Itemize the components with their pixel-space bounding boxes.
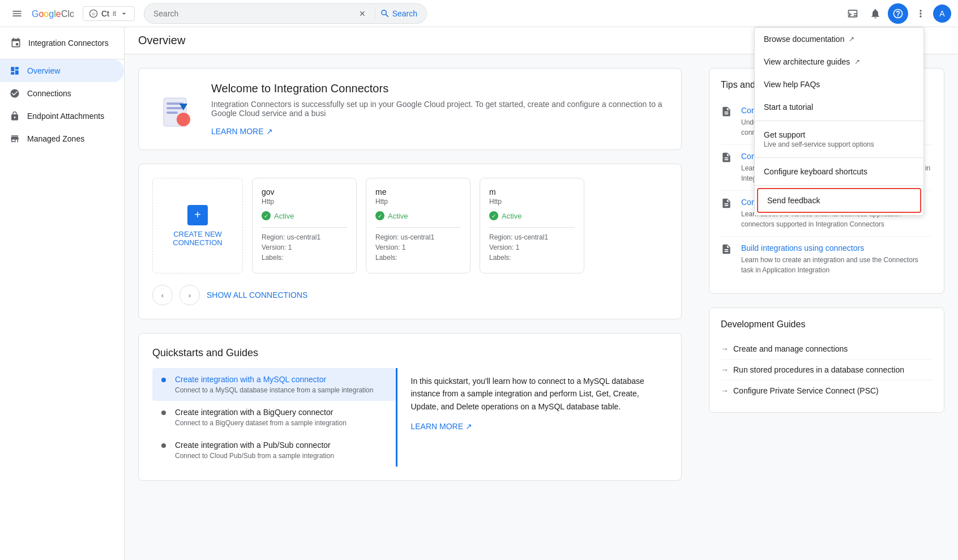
- menu-button[interactable]: [7, 3, 27, 24]
- pagination-prev-btn[interactable]: ‹: [152, 285, 173, 305]
- managed-zones-icon: [9, 133, 20, 144]
- dropdown-divider-1: [755, 121, 923, 121]
- sidebar-item-overview[interactable]: Overview: [0, 59, 124, 82]
- topbar-actions: A: [842, 3, 951, 24]
- create-new-label: CREATE NEW CONNECTION: [162, 230, 233, 247]
- show-all-connections-link[interactable]: SHOW ALL CONNECTIONS: [207, 290, 307, 300]
- browse-documentation-item[interactable]: Browse documentation ↗: [755, 28, 923, 50]
- status-dot-0: [262, 211, 271, 220]
- quickstart-learn-more-link[interactable]: LEARN MORE ↗: [411, 422, 655, 431]
- quickstarts-layout: Create integration with a MySQL connecto…: [152, 368, 668, 467]
- integration-connectors-icon: [9, 36, 23, 50]
- external-link-icon-2: ↗: [854, 58, 860, 66]
- terminal-icon-btn[interactable]: [842, 3, 863, 24]
- conn-type-2: Http: [489, 198, 575, 206]
- dev-guides-section: Development Guides → Create and manage c…: [709, 307, 944, 413]
- conn-region-1: Region: us-central1: [375, 233, 461, 241]
- conn-region-0: Region: us-central1: [262, 233, 347, 241]
- quickstarts-section: Quickstarts and Guides Create integratio…: [138, 333, 682, 481]
- quickstart-title-0: Create integration with a MySQL connecto…: [175, 375, 373, 384]
- connection-card-0[interactable]: gov Http Active Region: us-central1 Vers…: [252, 178, 357, 273]
- conn-type-1: Http: [375, 198, 461, 206]
- notifications-icon-btn[interactable]: [865, 3, 886, 24]
- get-support-sub: Live and self-service support options: [764, 140, 914, 148]
- quickstart-title-2: Create integration with a Pub/Sub connec…: [175, 441, 334, 450]
- conn-status-label-0: Active: [274, 212, 294, 220]
- view-architecture-item[interactable]: View architecture guides ↗: [755, 50, 923, 73]
- quickstart-desc-2: Connect to Cloud Pub/Sub from a sample i…: [175, 452, 334, 460]
- quickstart-item-0[interactable]: Create integration with a MySQL connecto…: [152, 368, 396, 401]
- conn-labels-1: Labels:: [375, 254, 461, 262]
- get-support-item[interactable]: Get support Live and self-service suppor…: [755, 123, 923, 155]
- endpoint-attachments-icon: [9, 110, 20, 122]
- learn-more-link[interactable]: LEARN MORE ↗: [211, 127, 668, 136]
- user-avatar[interactable]: A: [933, 5, 951, 23]
- region-label: Region:: [262, 233, 285, 241]
- tip-doc-icon-3: [721, 243, 734, 257]
- quickstart-desc-0: Connect to a MySQL database instance fro…: [175, 386, 373, 394]
- conn-type-0: Http: [262, 198, 347, 206]
- dev-link-text-0: Create and manage connections: [733, 344, 848, 353]
- tip-desc-3: Learn how to create an integration and u…: [741, 255, 933, 275]
- more-options-btn[interactable]: [910, 3, 931, 24]
- tip-title-3[interactable]: Build integrations using connectors: [741, 243, 933, 253]
- conn-version-2: Version: 1: [489, 243, 575, 251]
- conn-divider-2: [489, 227, 575, 228]
- conn-status-0: Active: [262, 211, 347, 220]
- conn-status-label-1: Active: [388, 212, 408, 220]
- sidebar-item-endpoint-attachments[interactable]: Endpoint Attachments: [0, 105, 124, 127]
- search-clear-icon[interactable]: ✕: [359, 9, 366, 18]
- search-button[interactable]: Search: [380, 8, 417, 19]
- google-cloud-logo: Google Cloud: [32, 7, 74, 20]
- conn-labels-2: Labels:: [489, 254, 575, 262]
- page-title: Overview: [138, 34, 185, 47]
- search-label: Search: [392, 9, 417, 18]
- learn-more-label: LEARN MORE: [211, 127, 264, 136]
- tip-doc-icon-0: [721, 106, 734, 119]
- view-faqs-label: View help FAQs: [764, 80, 820, 89]
- welcome-illustration: [152, 87, 198, 132]
- dev-link-0[interactable]: → Create and manage connections: [721, 339, 933, 360]
- dev-link-text-2: Configure Private Service Connect (PSC): [733, 386, 879, 395]
- help-icon-btn[interactable]: [888, 3, 908, 24]
- project-selector[interactable]: ⊙ Ct it: [83, 6, 135, 21]
- quickstarts-title: Quickstarts and Guides: [152, 347, 668, 359]
- keyboard-shortcuts-label: Configure keyboard shortcuts: [764, 167, 867, 176]
- connection-card-1[interactable]: me Http Active Region: us-central1 Versi…: [366, 178, 471, 273]
- sidebar-item-connections[interactable]: Connections: [0, 82, 124, 105]
- quickstart-item-2[interactable]: Create integration with a Pub/Sub connec…: [152, 434, 396, 467]
- project-suffix: it: [113, 10, 116, 18]
- dev-link-2[interactable]: → Configure Private Service Connect (PSC…: [721, 381, 933, 401]
- pagination-next-btn[interactable]: ›: [179, 285, 200, 305]
- start-tutorial-item[interactable]: Start a tutorial: [755, 96, 923, 118]
- create-new-connection-card[interactable]: + CREATE NEW CONNECTION: [152, 178, 243, 273]
- connection-card-2[interactable]: m Http Active Region: us-central1 Versio…: [480, 178, 584, 273]
- welcome-banner: Welcome to Integration Connectors Integr…: [138, 68, 682, 150]
- status-dot-2: [489, 211, 498, 220]
- arrow-icon-1: →: [721, 365, 729, 374]
- view-faqs-item[interactable]: View help FAQs: [755, 73, 923, 96]
- plus-icon: +: [187, 205, 208, 225]
- connections-grid: + CREATE NEW CONNECTION gov Http Active: [152, 178, 668, 273]
- sidebar-header: Integration Connectors: [0, 27, 124, 59]
- send-feedback-label: Send feedback: [767, 196, 820, 205]
- version-label: Version:: [262, 243, 286, 251]
- quickstart-dot-1: [161, 411, 166, 415]
- start-tutorial-label: Start a tutorial: [764, 102, 813, 112]
- labels-label: Labels:: [262, 254, 284, 262]
- dev-link-1[interactable]: → Run stored procedures in a database co…: [721, 360, 933, 381]
- quickstart-learn-more-label: LEARN MORE: [411, 422, 464, 431]
- send-feedback-item[interactable]: Send feedback: [757, 188, 921, 213]
- sidebar-title: Integration Connectors: [28, 39, 109, 48]
- keyboard-shortcuts-item[interactable]: Configure keyboard shortcuts: [755, 160, 923, 183]
- welcome-description: Integration Connectors is successfully s…: [211, 100, 668, 118]
- connections-icon: [9, 88, 20, 99]
- svg-rect-7: [166, 107, 183, 109]
- conn-name-2: m: [489, 187, 575, 196]
- sidebar-item-managed-zones[interactable]: Managed Zones: [0, 127, 124, 150]
- quickstart-item-1[interactable]: Create integration with a BigQuery conne…: [152, 401, 396, 434]
- search-input[interactable]: [153, 9, 359, 18]
- search-bar[interactable]: ✕ Search: [144, 3, 427, 24]
- view-architecture-label: View architecture guides: [764, 57, 850, 66]
- svg-point-9: [177, 113, 190, 126]
